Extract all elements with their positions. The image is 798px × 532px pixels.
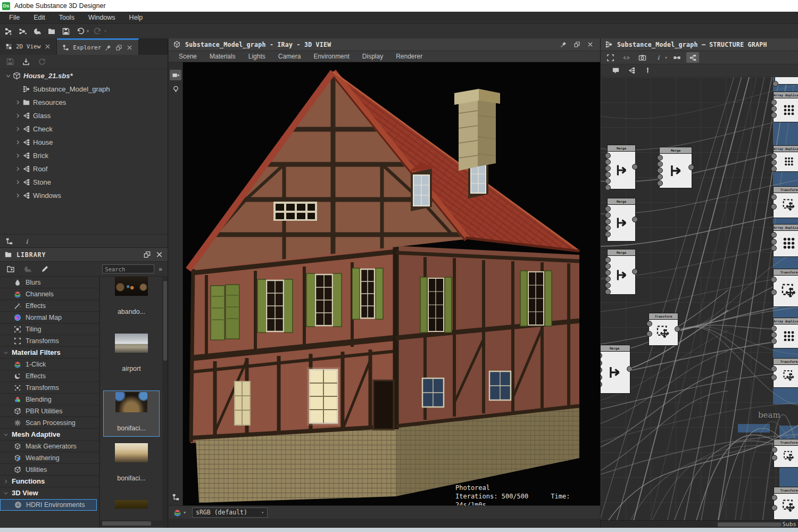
tree-view-icon[interactable] [5, 237, 13, 245]
node-input-port[interactable] [772, 81, 778, 87]
node-input-port[interactable] [605, 225, 611, 231]
node-input-port[interactable] [771, 447, 777, 453]
undo-button[interactable] [74, 26, 87, 37]
node-input-port[interactable] [605, 276, 611, 282]
graph-node-transform[interactable]: Transform [774, 487, 798, 520]
chevron-right-icon[interactable] [13, 99, 22, 105]
node-input-port[interactable] [605, 212, 611, 218]
graph-node-merge[interactable]: Merge [607, 198, 636, 242]
node-input-port[interactable] [605, 153, 611, 159]
graph-node-merge[interactable]: Merge [601, 345, 630, 394]
library-item-tiling[interactable]: Tiling [0, 323, 99, 335]
node-output-port[interactable] [632, 269, 638, 275]
node-input-port[interactable] [605, 289, 611, 295]
frame-all-button[interactable] [604, 52, 617, 63]
node-input-port[interactable] [771, 106, 777, 112]
tab-2d-view[interactable]: 2D View [0, 38, 57, 55]
graph-node-transform[interactable]: Transform [649, 313, 678, 346]
3d-view-restore-icon[interactable] [573, 41, 580, 48]
node-input-port[interactable] [771, 112, 777, 118]
node-output-port[interactable] [632, 217, 638, 222]
graph-node-array[interactable]: Array duplicati... [773, 145, 798, 172]
library-close-icon[interactable] [155, 251, 163, 259]
node-input-port[interactable] [771, 239, 777, 245]
library-edit-button[interactable] [38, 263, 51, 275]
3d-menu-camera[interactable]: Camera [272, 53, 307, 60]
node-input-port[interactable] [771, 204, 777, 210]
library-restore-icon[interactable] [143, 251, 151, 259]
node-input-port[interactable] [771, 166, 777, 172]
node-input-port[interactable] [771, 332, 777, 338]
tab-restore-icon[interactable] [115, 44, 122, 51]
node-input-port[interactable] [605, 263, 611, 269]
chevron-right-icon[interactable] [13, 139, 22, 145]
3d-menu-lights[interactable]: Lights [243, 53, 271, 60]
graph-node-merge[interactable]: Merge [659, 147, 692, 188]
menu-file[interactable]: File [2, 12, 27, 23]
tab-pin-icon[interactable] [105, 44, 112, 51]
node-output-port[interactable] [675, 326, 680, 332]
menu-help[interactable]: Help [122, 12, 150, 23]
graph-canvas[interactable]: beam MergeMergeMergeMergeMergeTransformA… [601, 77, 798, 520]
library-item-effects[interactable]: Effects [0, 370, 99, 382]
node-input-port[interactable] [657, 180, 663, 186]
channels-icon[interactable] [173, 509, 181, 517]
graph-node-sliver[interactable] [775, 77, 798, 85]
tree-item-stone[interactable]: Stone [0, 176, 168, 189]
library-item-transforms[interactable]: Transforms [0, 335, 99, 347]
node-input-port[interactable] [771, 326, 777, 331]
graph-node-merge[interactable]: Merge [607, 249, 636, 295]
library-item-material-filters[interactable]: Material Filters [0, 347, 99, 359]
node-input-port[interactable] [771, 338, 777, 344]
node-input-port[interactable] [657, 168, 663, 173]
graph-node-merge[interactable]: Merge [607, 145, 636, 189]
node-output-port[interactable] [688, 164, 694, 170]
info-icon[interactable]: i [23, 237, 31, 245]
chevron-down-icon[interactable] [0, 432, 12, 437]
undo-button-dropdown-icon[interactable]: ▾ [87, 29, 89, 34]
info-button-dropdown-icon[interactable]: ▾ [665, 55, 667, 60]
graph-node-transform[interactable]: Transform [773, 358, 798, 388]
save-button[interactable] [60, 26, 72, 37]
node-input-port[interactable] [605, 178, 611, 184]
library-item-weathering[interactable]: Weathering [0, 452, 99, 464]
graph-node-array[interactable]: Array duplicati... [773, 318, 798, 348]
graph-node-transform[interactable]: Transform [774, 439, 798, 468]
3d-menu-renderer[interactable]: Renderer [390, 53, 428, 60]
library-item-1-click[interactable]: 1-Click [0, 359, 99, 370]
tree-item-check[interactable]: Check [0, 122, 168, 136]
node-input-port[interactable] [657, 174, 663, 180]
node-input-port[interactable] [771, 505, 777, 511]
3d-viewport[interactable]: Photoreal Iterations: 500/500Time: 24s/1… [183, 62, 600, 505]
tab-explorer[interactable]: Explorer [57, 38, 139, 55]
explorer-export-button[interactable] [20, 56, 32, 68]
node-input-port[interactable] [771, 289, 777, 295]
node-input-port[interactable] [605, 219, 611, 225]
tree-item-glass[interactable]: Glass [0, 109, 168, 122]
tab-close-icon[interactable] [126, 44, 133, 51]
thumbnail-abando-[interactable]: abando... [100, 277, 163, 315]
menu-windows[interactable]: Windows [81, 12, 122, 23]
tree-item-house-21-sbs-[interactable]: House_21.sbs* [0, 69, 168, 82]
library-item-channels[interactable]: Channels [0, 288, 99, 300]
node-input-port[interactable] [605, 231, 611, 237]
scene-tree-icon[interactable] [172, 493, 180, 501]
library-item-scan-processing[interactable]: Scan Processing [0, 417, 99, 429]
tree-item-brick[interactable]: Brick [0, 149, 168, 162]
chevron-right-icon[interactable] [13, 126, 22, 132]
menu-edit[interactable]: Edit [27, 12, 52, 23]
node-input-port[interactable] [605, 159, 611, 165]
node-output-port[interactable] [632, 164, 638, 170]
library-new-folder-button[interactable] [4, 263, 17, 275]
graph-node-array[interactable]: Array duplicati... [773, 92, 798, 122]
chevron-right-icon[interactable] [13, 179, 22, 185]
graph-node-transform[interactable]: Transform [773, 269, 798, 307]
3d-menu-materials[interactable]: Materials [204, 53, 242, 60]
thumbnail-partial[interactable] [100, 500, 163, 509]
3d-view-pin-icon[interactable] [560, 41, 567, 48]
library-item-utilities[interactable]: Utilities [0, 464, 99, 476]
3d-menu-scene[interactable]: Scene [173, 53, 203, 60]
3d-menu-display[interactable]: Display [356, 53, 389, 60]
node-input-port[interactable] [605, 185, 611, 190]
node-input-port[interactable] [605, 172, 611, 178]
